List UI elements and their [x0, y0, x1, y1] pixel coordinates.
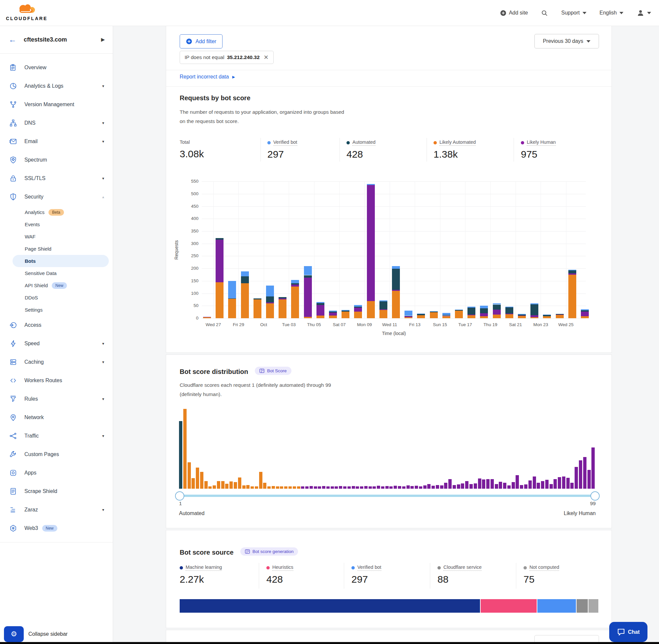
bar-segment[interactable] — [342, 312, 349, 318]
bar-segment[interactable] — [581, 312, 589, 316]
histogram-bar[interactable] — [381, 486, 384, 489]
histogram-bar[interactable] — [255, 486, 258, 489]
bar-segment[interactable] — [468, 307, 475, 308]
histogram-bar[interactable] — [537, 483, 540, 489]
histogram-bar[interactable] — [352, 486, 355, 489]
bar-segment[interactable] — [417, 314, 425, 314]
bar-segment[interactable] — [329, 312, 337, 313]
histogram-bar[interactable] — [208, 486, 212, 489]
bar-segment[interactable] — [266, 296, 274, 302]
bot-score-generation-badge[interactable]: Bot score generation — [240, 547, 298, 556]
bot-score-badge[interactable]: Bot Score — [255, 367, 291, 375]
bar-segment[interactable] — [417, 314, 425, 315]
bar-segment[interactable] — [480, 308, 488, 313]
sidebar-item-api-shield[interactable]: API ShieldNew — [0, 279, 113, 292]
bar-segment[interactable] — [392, 266, 400, 269]
bar-segment[interactable] — [367, 301, 375, 318]
bar-segment[interactable] — [505, 314, 513, 318]
add-filter-button[interactable]: Add filter — [180, 34, 222, 48]
bar-segment[interactable] — [455, 309, 463, 310]
bar-segment[interactable] — [291, 286, 299, 318]
histogram-bar[interactable] — [524, 484, 527, 489]
histogram-bar[interactable] — [288, 486, 292, 489]
histogram-bar[interactable] — [545, 480, 548, 489]
bar-segment[interactable] — [468, 308, 475, 315]
bar-segment[interactable] — [379, 310, 387, 318]
histogram-bar[interactable] — [528, 480, 532, 489]
histogram-bar[interactable] — [423, 485, 427, 489]
histogram-bar[interactable] — [566, 478, 570, 489]
score-slider-track[interactable] — [179, 495, 596, 497]
histogram-bar[interactable] — [495, 484, 498, 489]
sidebar-item-security[interactable]: Security▴ — [0, 188, 113, 206]
sidebar-item-email[interactable]: Email▾ — [0, 132, 113, 151]
histogram-bar[interactable] — [469, 484, 473, 489]
bar-segment[interactable] — [241, 276, 249, 283]
histogram-bar[interactable] — [385, 486, 389, 489]
bar-segment[interactable] — [342, 310, 349, 310]
histogram-bar[interactable] — [482, 480, 485, 489]
bar-segment[interactable] — [316, 303, 324, 305]
support-menu[interactable]: Support — [561, 10, 586, 16]
bar-segment[interactable] — [316, 316, 324, 318]
sidebar-item-analytics[interactable]: AnalyticsBeta — [0, 206, 113, 218]
bar-segment[interactable] — [531, 315, 538, 317]
histogram-bar[interactable] — [444, 483, 447, 489]
settings-gear-button[interactable]: ⚙ — [4, 626, 24, 642]
histogram-bar[interactable] — [267, 486, 270, 489]
histogram-bar[interactable] — [280, 486, 283, 489]
histogram-bar[interactable] — [297, 486, 300, 489]
bar-segment[interactable] — [203, 317, 211, 318]
bar-segment[interactable] — [279, 298, 286, 299]
bar-segment[interactable] — [568, 270, 576, 270]
histogram-bar[interactable] — [179, 421, 182, 489]
sidebar-item-settings[interactable]: Settings — [0, 304, 113, 316]
sidebar-item-zaraz[interactable]: Zaraz▾ — [0, 501, 113, 519]
bar-segment[interactable] — [468, 315, 475, 315]
bar-segment[interactable] — [304, 275, 312, 278]
bar-segment[interactable] — [329, 310, 337, 312]
histogram-bar[interactable] — [457, 484, 460, 489]
histogram-bar[interactable] — [415, 486, 418, 489]
bar-segment[interactable] — [266, 303, 274, 318]
bar-segment[interactable] — [531, 317, 538, 318]
bar-segment[interactable] — [392, 290, 400, 291]
bar-segment[interactable] — [442, 315, 450, 316]
histogram-bar[interactable] — [225, 484, 229, 489]
bar-segment[interactable] — [480, 306, 488, 308]
histogram-bar[interactable] — [196, 467, 199, 489]
histogram-bar[interactable] — [217, 481, 220, 489]
bar-segment[interactable] — [442, 316, 450, 318]
histogram-bar[interactable] — [499, 482, 502, 489]
histogram-bar[interactable] — [503, 483, 507, 489]
bar-segment[interactable] — [404, 316, 413, 317]
histogram-bar[interactable] — [314, 486, 317, 489]
histogram-bar[interactable] — [491, 479, 494, 489]
chat-button[interactable]: Chat — [609, 622, 648, 642]
histogram-bar[interactable] — [583, 457, 587, 489]
bar-segment[interactable] — [442, 316, 450, 317]
histogram-bar[interactable] — [331, 486, 334, 489]
histogram-bar[interactable] — [301, 486, 304, 489]
bar-segment[interactable] — [442, 313, 450, 315]
histogram-bar[interactable] — [402, 486, 405, 489]
bar-segment[interactable] — [316, 305, 324, 316]
histogram-bar[interactable] — [533, 477, 536, 489]
histogram-bar[interactable] — [263, 483, 266, 489]
bar-segment[interactable] — [241, 271, 249, 276]
histogram-bar[interactable] — [558, 477, 561, 489]
sidebar-item-workers-routes[interactable]: Workers Routes — [0, 371, 113, 390]
bar-segment[interactable] — [266, 285, 274, 296]
bar-segment[interactable] — [581, 316, 589, 318]
account-menu[interactable] — [637, 9, 651, 17]
histogram-bar[interactable] — [276, 486, 279, 489]
histogram-bar[interactable] — [230, 481, 233, 489]
histogram-bar[interactable] — [574, 467, 578, 489]
histogram-bar[interactable] — [427, 484, 430, 489]
bar-segment[interactable] — [367, 185, 375, 301]
histogram-bar[interactable] — [440, 485, 443, 489]
histogram-bar[interactable] — [587, 470, 591, 489]
collapse-sidebar-button[interactable]: Collapse sidebar — [28, 631, 68, 637]
histogram-bar[interactable] — [512, 482, 515, 489]
bar-segment[interactable] — [254, 298, 261, 299]
